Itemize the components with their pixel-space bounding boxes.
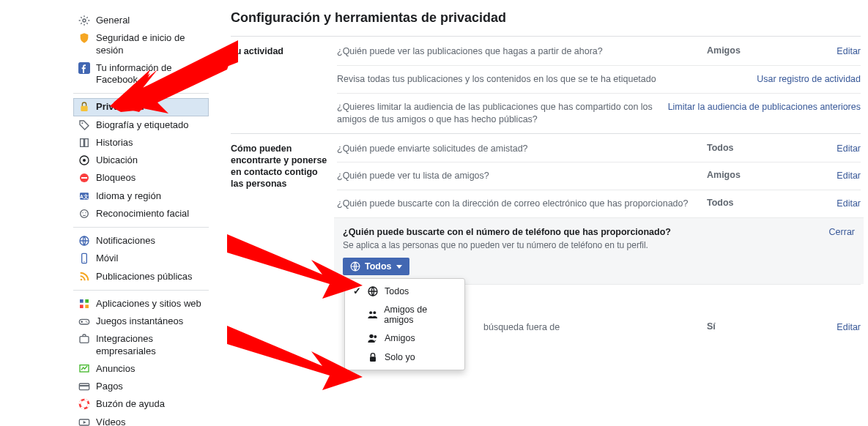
sidebar-item-historias[interactable]: Historias — [73, 134, 209, 152]
svg-marker-31 — [84, 421, 86, 424]
sidebar-item-tu-informaci-n-de-facebook[interactable]: Tu información de Facebook — [73, 59, 209, 89]
svg-rect-17 — [80, 299, 84, 303]
apps-icon — [78, 298, 90, 310]
sidebar-item-seguridad-e-inicio-de-sesi-n[interactable]: Seguridad e inicio de sesión — [73, 29, 209, 59]
sidebar-item-biograf-a-y-etiquetado[interactable]: Biografía y etiquetado — [73, 116, 209, 134]
close-link[interactable]: Cerrar — [829, 227, 855, 237]
setting-row: ¿Quieres limitar la audiencia de las pub… — [337, 93, 861, 133]
setting-row: ¿Quién puede ver las publicaciones que h… — [337, 45, 861, 65]
fb-icon — [78, 62, 90, 74]
card-icon — [78, 381, 90, 392]
menu-item-label: Amigos de amigos — [384, 304, 457, 325]
sidebar-item-ubicaci-n[interactable]: Ubicación — [73, 152, 209, 169]
sidebar-item-label: Vídeos — [96, 416, 125, 427]
expanded-subtitle: Se aplica a las personas que no pueden v… — [343, 240, 855, 250]
sidebar-item-juegos-instant-neos[interactable]: Juegos instantáneos — [73, 313, 209, 330]
sidebar-item-label: General — [96, 15, 130, 26]
support-icon — [78, 398, 90, 410]
svg-point-22 — [86, 321, 86, 321]
setting-row: ¿Quién puede enviarte solicitudes de ami… — [337, 143, 861, 162]
section-label: Cómo pueden encontrarte y ponerse en con… — [231, 143, 337, 342]
menu-item-label: Amigos — [385, 333, 415, 343]
menu-item-label: Todos — [385, 286, 409, 296]
sidebar-item-idioma-y-regi-n[interactable]: A文Idioma y región — [73, 187, 209, 205]
menu-item-label: Solo yo — [385, 352, 415, 362]
sidebar-item-label: Biografía y etiquetado — [96, 119, 188, 131]
row-question: Revisa todas tus publicaciones y los con… — [337, 73, 757, 86]
mobile-icon — [78, 253, 90, 264]
sidebar-item-v-deos[interactable]: Vídeos — [73, 414, 209, 427]
svg-rect-26 — [79, 384, 89, 390]
sidebar-item-anuncios[interactable]: Anuncios — [73, 360, 209, 378]
svg-point-36 — [369, 334, 373, 337]
sidebar-item-label: Bloqueos — [96, 172, 136, 184]
sidebar-item-pagos[interactable]: Pagos — [73, 378, 209, 395]
sidebar-item-bloqueos[interactable]: Bloqueos — [73, 169, 209, 187]
svg-point-37 — [374, 335, 376, 338]
sidebar-item-publicaciones-p-blicas[interactable]: Publicaciones públicas — [73, 268, 209, 285]
edit-link[interactable]: Editar — [837, 143, 861, 154]
sidebar-item-label: Historias — [96, 137, 133, 149]
lock-icon — [78, 101, 90, 113]
edit-link[interactable]: Editar — [837, 171, 861, 181]
edit-link[interactable]: Editar — [837, 322, 861, 332]
audience-option-todos[interactable]: ✓Todos — [345, 282, 464, 301]
row-value: Amigos — [707, 170, 795, 182]
sidebar-item-label: Reconocimiento facial — [96, 208, 189, 220]
sidebar-item-label: Buzón de ayuda — [96, 398, 165, 410]
svg-point-29 — [80, 400, 89, 408]
svg-rect-7 — [81, 177, 87, 179]
svg-point-35 — [373, 311, 376, 314]
sidebar-item-label: Móvil — [96, 253, 118, 264]
biz-icon — [78, 333, 90, 345]
globe-icon — [350, 261, 360, 272]
svg-point-10 — [81, 209, 89, 217]
svg-rect-2 — [81, 106, 87, 111]
only-me-icon — [367, 351, 379, 363]
rss-icon — [78, 271, 90, 283]
audience-option-solo-yo[interactable]: Solo yo — [345, 348, 464, 367]
audience-option-amigos-de-amigos[interactable]: Amigos de amigos — [345, 301, 464, 329]
sidebar-item-notificaciones[interactable]: Notificaciones — [73, 232, 209, 250]
friends-of-friends-icon — [367, 309, 379, 321]
sidebar-item-aplicaciones-y-sitios-web[interactable]: Aplicaciones y sitios web — [73, 295, 209, 313]
setting-row: Revisa todas tus publicaciones y los con… — [337, 65, 861, 93]
svg-point-0 — [83, 19, 86, 22]
section-label: Tu actividad — [231, 45, 337, 133]
row-question: ¿Quién puede ver tu lista de amigos? — [337, 170, 707, 182]
book-icon — [78, 137, 90, 149]
sidebar-item-label: Anuncios — [96, 363, 135, 375]
settings-sidebar: GeneralSeguridad e inicio de sesiónTu in… — [73, 7, 209, 426]
sidebar-item-reconocimiento-facial[interactable]: Reconocimiento facial — [73, 205, 209, 223]
activity-log-link[interactable]: Usar registro de actividad — [757, 74, 861, 84]
dropdown-label: Todos — [365, 261, 392, 272]
page-title: Configuración y herramientas de privacid… — [231, 10, 861, 26]
sidebar-item-label: Publicaciones públicas — [96, 271, 193, 283]
tag-icon — [78, 119, 90, 131]
sidebar-item-privacidad[interactable]: Privacidad — [73, 98, 209, 116]
check-icon: ✓ — [352, 285, 361, 296]
sidebar-item-label: Seguridad e inicio de sesión — [96, 32, 204, 56]
setting-row: ¿Quién puede buscarte con la dirección d… — [337, 190, 861, 217]
sidebar-item-general[interactable]: General — [73, 12, 209, 29]
svg-point-12 — [85, 212, 86, 213]
activity-section: Tu actividad ¿Quién puede ver las public… — [231, 36, 861, 133]
svg-point-11 — [82, 212, 83, 213]
sidebar-item-buz-n-de-ayuda[interactable]: Buzón de ayuda — [73, 395, 209, 413]
sidebar-item-integraciones-empresariales[interactable]: Integraciones empresariales — [73, 330, 209, 360]
edit-link[interactable]: Editar — [837, 46, 861, 56]
row-question: ¿Quién puede enviarte solicitudes de ami… — [337, 143, 707, 155]
block-icon — [78, 172, 90, 184]
audience-option-amigos[interactable]: Amigos — [345, 329, 464, 348]
sidebar-item-label: Ubicación — [96, 154, 138, 166]
svg-point-3 — [81, 122, 83, 124]
contact-section: Cómo pueden encontrarte y ponerse en con… — [231, 133, 861, 342]
limit-audience-link[interactable]: Limitar la audiencia de publicaciones an… — [668, 102, 861, 112]
audience-dropdown-button[interactable]: Todos — [343, 258, 409, 275]
globe-sm-icon — [367, 285, 379, 297]
row-question: ¿Quieres limitar la audiencia de las pub… — [337, 101, 668, 126]
expanded-title: ¿Quién puede buscarte con el número de t… — [343, 227, 671, 237]
edit-link[interactable]: Editar — [837, 198, 861, 209]
sidebar-item-m-vil[interactable]: Móvil — [73, 250, 209, 267]
ads-icon — [78, 363, 90, 375]
